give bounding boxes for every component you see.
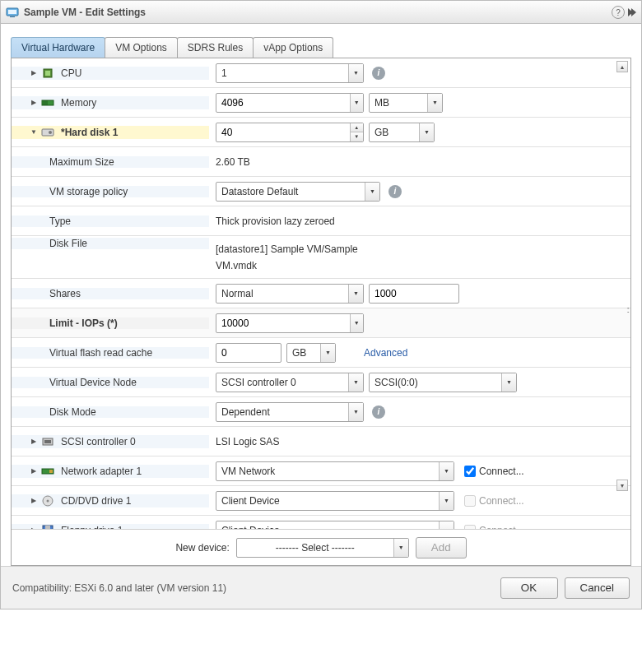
network-adapter-icon: [41, 465, 54, 478]
scsi-value: LSI Logic SAS: [216, 436, 279, 447]
tab-bar: Virtual Hardware VM Options SDRS Rules v…: [11, 37, 631, 58]
row-memory: Memory MB: [12, 88, 630, 118]
svg-point-16: [47, 499, 49, 502]
hard-disk-unit-select[interactable]: GB: [369, 123, 435, 142]
type-label: Type: [49, 216, 71, 227]
window-title: Sample VM - Edit Settings: [24, 7, 146, 18]
scroll-down-icon[interactable]: [616, 480, 628, 491]
svg-rect-14: [49, 470, 53, 473]
expand-window-icon[interactable]: [628, 8, 636, 16]
svg-rect-4: [45, 71, 50, 76]
scroll-grip-icon[interactable]: ::: [626, 305, 628, 314]
shares-level-select[interactable]: Normal: [216, 284, 364, 304]
expander-net[interactable]: [30, 467, 38, 475]
storage-policy-label: VM storage policy: [49, 186, 128, 197]
tab-virtual-hardware[interactable]: Virtual Hardware: [11, 37, 105, 58]
svg-rect-1: [8, 10, 16, 14]
hard-disk-size-input[interactable]: [216, 123, 364, 142]
cd-label: CD/DVD drive 1: [61, 495, 131, 507]
scsi-controller-icon: [41, 435, 54, 448]
tab-sdrs-rules[interactable]: SDRS Rules: [177, 37, 254, 58]
shares-label: Shares: [49, 288, 81, 299]
row-scsi-controller: SCSI controller 0 LSI Logic SAS: [12, 427, 630, 456]
new-device-bar: New device: ------- Select ------- Add: [12, 529, 630, 565]
expander-floppy[interactable]: [30, 526, 38, 529]
tab-vm-options[interactable]: VM Options: [105, 37, 178, 58]
network-select[interactable]: VM Network: [216, 461, 454, 481]
vdn-controller-select[interactable]: SCSI controller 0: [216, 373, 364, 392]
disk-mode-label: Disk Mode: [49, 406, 96, 418]
floppy-connect-checkbox: Connect...: [464, 525, 524, 530]
info-icon[interactable]: i: [372, 406, 385, 419]
scroll-up-icon[interactable]: [616, 61, 628, 72]
expander-cpu[interactable]: [30, 69, 38, 76]
vm-icon: [6, 6, 19, 19]
vflash-label: Virtual flash read cache: [49, 347, 152, 359]
vflash-unit-select[interactable]: GB: [286, 343, 336, 363]
row-cd-dvd: CD/DVD drive 1 Client Device Connect...: [12, 486, 630, 516]
edit-settings-dialog: Sample VM - Edit Settings ? Virtual Hard…: [0, 0, 642, 609]
cd-dvd-icon: [41, 494, 54, 507]
max-size-label: Maximum Size: [49, 156, 114, 168]
row-hard-disk-1: *Hard disk 1 GB: [12, 118, 630, 147]
help-icon[interactable]: ?: [612, 6, 625, 19]
info-icon[interactable]: i: [372, 67, 385, 80]
cancel-button[interactable]: Cancel: [565, 577, 630, 599]
hard-disk-label: *Hard disk 1: [61, 127, 118, 138]
row-provision-type: Type Thick provision lazy zeroed: [12, 206, 630, 236]
max-size-value: 2.60 TB: [216, 156, 250, 168]
disk-mode-select[interactable]: Dependent: [216, 402, 364, 422]
disk-file-value-line2: VM.vmdk: [216, 260, 257, 271]
storage-policy-select[interactable]: Datastore Default: [216, 182, 380, 202]
vflash-advanced-link[interactable]: Advanced: [364, 347, 407, 359]
disk-file-label: Disk File: [49, 238, 87, 249]
memory-unit-select[interactable]: MB: [369, 93, 443, 113]
new-device-select[interactable]: ------- Select -------: [236, 538, 409, 558]
tab-vapp-options[interactable]: vApp Options: [253, 37, 333, 58]
disk-file-value-line1: [datastore1] Sample VM/Sample: [216, 243, 358, 255]
cpu-label: CPU: [61, 67, 81, 79]
cpu-count-select[interactable]: 1: [216, 63, 364, 83]
new-device-label: New device:: [175, 542, 229, 554]
cpu-icon: [41, 67, 54, 80]
ok-button[interactable]: OK: [500, 577, 558, 599]
row-cpu: CPU 1 i: [12, 58, 630, 88]
row-disk-mode: Disk Mode Dependent i: [12, 397, 630, 427]
network-connect-checkbox[interactable]: Connect...: [464, 466, 524, 477]
add-device-button[interactable]: Add: [416, 537, 467, 558]
row-vdn: Virtual Device Node SCSI controller 0 SC…: [12, 368, 630, 397]
expander-cd[interactable]: [30, 497, 38, 504]
type-value: Thick provision lazy zeroed: [216, 216, 335, 227]
scsi-label: SCSI controller 0: [61, 436, 136, 447]
net-label: Network adapter 1: [61, 466, 142, 477]
row-shares: Shares Normal: [12, 279, 630, 308]
memory-size-input[interactable]: [216, 93, 364, 113]
vdn-label: Virtual Device Node: [49, 377, 137, 388]
expander-hard-disk-1[interactable]: [30, 128, 38, 136]
cd-device-select[interactable]: Client Device: [216, 491, 454, 511]
limit-iops-input[interactable]: [216, 313, 364, 333]
settings-grid: :: CPU 1 i: [11, 58, 631, 566]
floppy-icon: [41, 524, 54, 530]
floppy-label: Floppy drive 1: [61, 525, 123, 530]
svg-rect-12: [44, 440, 51, 443]
memory-icon: [41, 96, 54, 109]
row-floppy: Floppy drive 1 Client Device Connect...: [12, 516, 630, 529]
svg-rect-2: [10, 16, 15, 17]
row-limit-iops: Limit - IOPs (*): [12, 308, 630, 338]
expander-memory[interactable]: [30, 99, 38, 106]
memory-label: Memory: [61, 97, 96, 109]
row-max-size: Maximum Size 2.60 TB: [12, 147, 630, 177]
floppy-device-select[interactable]: Client Device: [216, 521, 454, 530]
info-icon[interactable]: i: [388, 185, 402, 198]
dialog-footer: Compatibility: ESXi 6.0 and later (VM ve…: [1, 566, 641, 609]
vdn-slot-select[interactable]: SCSI(0:0): [369, 373, 517, 392]
hard-disk-icon: [41, 126, 54, 139]
expander-scsi[interactable]: [30, 438, 38, 445]
titlebar: Sample VM - Edit Settings ?: [1, 1, 641, 24]
row-vflash: Virtual flash read cache GB Advanced: [12, 338, 630, 368]
vflash-value-input[interactable]: [216, 343, 281, 363]
shares-value-input[interactable]: [369, 284, 459, 304]
row-network-adapter: Network adapter 1 VM Network Connect...: [12, 456, 630, 486]
svg-point-10: [49, 131, 52, 134]
